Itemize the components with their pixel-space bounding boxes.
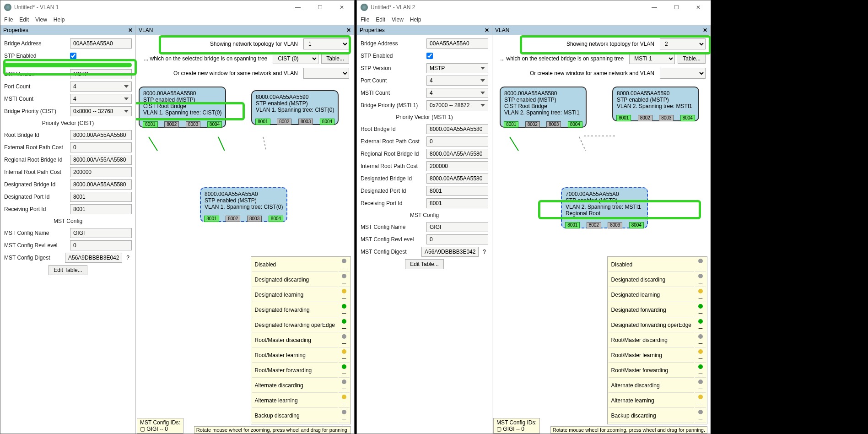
bridge-node-1[interactable]: 8000.00AA55AA5580 STP enabled (MSTP) CIS… xyxy=(500,87,587,128)
bridge-priority-select[interactable]: 0x8000 -- 32768 xyxy=(70,106,132,116)
reg-root-field[interactable]: 8000.00AA55AA5580 xyxy=(70,155,132,165)
properties-close-icon[interactable]: ✕ xyxy=(128,27,133,33)
port[interactable]: 8001 xyxy=(565,222,580,228)
port[interactable]: 8003 xyxy=(298,119,313,125)
port[interactable]: 8003 xyxy=(247,216,262,222)
port[interactable]: 8004 xyxy=(320,119,334,125)
mst-name-field[interactable]: GIGI xyxy=(70,228,132,238)
mst-rev-field[interactable]: 0 xyxy=(426,234,488,244)
vlan-close-icon[interactable]: ✕ xyxy=(346,27,351,33)
digest-help-icon[interactable]: ? xyxy=(124,255,132,261)
close-button[interactable]: ✕ xyxy=(691,4,705,11)
port[interactable]: 8002 xyxy=(587,222,601,228)
msti-count-select[interactable]: 4 xyxy=(426,88,488,98)
menu-view[interactable]: View xyxy=(392,16,404,23)
spanning-select[interactable]: MSTI 1 xyxy=(629,53,675,64)
port[interactable]: 8002 xyxy=(226,216,240,222)
port[interactable]: 8001 xyxy=(255,119,270,125)
root-bridge-id-field[interactable]: 8000.00AA55AA5580 xyxy=(70,130,132,140)
vlan-close-icon[interactable]: ✕ xyxy=(703,27,707,33)
table-button[interactable]: Table... xyxy=(678,54,706,64)
menu-file[interactable]: File xyxy=(4,16,13,23)
topology-vlan-select[interactable]: 1 xyxy=(303,38,349,49)
topology-label: Showing network topology for VLAN xyxy=(497,41,657,47)
port[interactable]: 8003 xyxy=(608,222,622,228)
port[interactable]: 8003 xyxy=(186,121,200,128)
topology-vlan-select[interactable]: 2 xyxy=(660,38,706,49)
statusbar: Rotate mouse wheel for zooming, press wh… xyxy=(550,426,707,434)
titlebar[interactable]: Untitled* - VLAN 2 — ☐ ✕ xyxy=(357,0,711,14)
minimize-button[interactable]: — xyxy=(291,4,305,11)
port[interactable]: 8002 xyxy=(164,121,179,128)
bridge-node-2[interactable]: 8000.00AA55AA5590 STP enabled (MSTP) VLA… xyxy=(251,90,339,125)
bridge-node-2[interactable]: 8000.00AA55AA5590 STP enabled (MSTP) VLA… xyxy=(612,87,699,121)
port[interactable]: 8002 xyxy=(638,115,652,121)
root-bridge-id-field[interactable]: 8000.00AA55AA5580 xyxy=(426,124,488,134)
menu-file[interactable]: File xyxy=(361,16,369,23)
int-cost-field[interactable]: 200000 xyxy=(70,167,132,177)
bridge-node-1[interactable]: 8000.00AA55AA5580 STP enabled (MSTP) CIS… xyxy=(139,87,226,128)
bridge-node-3[interactable]: 8000.00AA55AA55A0 STP enabled (MSTP) VLA… xyxy=(200,187,287,222)
port[interactable]: 8001 xyxy=(204,216,219,222)
menu-view[interactable]: View xyxy=(35,16,47,23)
bridge-address-field[interactable]: 00AA55AA55A0 xyxy=(426,38,488,49)
digest-help-icon[interactable]: ? xyxy=(480,249,488,255)
mst-digest-field[interactable]: A56A9DBBBB3E042 xyxy=(65,253,122,263)
port-count-select[interactable]: 4 xyxy=(70,81,132,92)
newwin-select[interactable] xyxy=(660,68,706,79)
port[interactable]: 8004 xyxy=(269,216,283,222)
edit-table-button[interactable]: Edit Table... xyxy=(49,265,87,275)
edit-table-button[interactable]: Edit Table... xyxy=(405,259,443,269)
msti-count-select[interactable]: 4 xyxy=(70,94,132,104)
newwin-select[interactable] xyxy=(303,68,349,79)
topology-canvas[interactable]: 8000.00AA55AA5580 STP enabled (MSTP) CIS… xyxy=(136,82,354,434)
mst-digest-field[interactable]: A56A9DBBBB3E042 xyxy=(421,247,479,257)
port[interactable]: 8004 xyxy=(680,115,695,121)
stp-version-select[interactable]: MSTP xyxy=(426,63,488,73)
stp-enabled-checkbox[interactable] xyxy=(426,53,433,59)
minimize-button[interactable]: — xyxy=(647,4,661,11)
spanning-select[interactable]: CIST (0) xyxy=(273,53,318,64)
table-button[interactable]: Table... xyxy=(321,54,349,64)
ext-cost-field[interactable]: 0 xyxy=(70,142,132,152)
desig-bridge-field[interactable]: 8000.00AA55AA5580 xyxy=(70,179,132,190)
port[interactable]: 8003 xyxy=(659,115,674,121)
port[interactable]: 8001 xyxy=(143,121,157,128)
bridge-priority-select[interactable]: 0x7000 -- 28672 xyxy=(426,100,488,110)
maximize-button[interactable]: ☐ xyxy=(313,4,327,11)
desig-port-field[interactable]: 8001 xyxy=(70,192,132,202)
port[interactable]: 8003 xyxy=(546,121,561,128)
port[interactable]: 8001 xyxy=(616,115,631,121)
ext-cost-field[interactable]: 0 xyxy=(426,136,488,146)
desig-port-field[interactable]: 8001 xyxy=(426,186,488,196)
recv-port-field[interactable]: 8001 xyxy=(426,198,488,208)
titlebar[interactable]: Untitled* - VLAN 1 — ☐ ✕ xyxy=(0,0,354,14)
desig-bridge-field[interactable]: 8000.00AA55AA5580 xyxy=(426,174,488,184)
port-count-select[interactable]: 4 xyxy=(426,76,488,86)
mst-rev-label: MST Config RevLevel xyxy=(361,236,425,243)
recv-port-field[interactable]: 8001 xyxy=(70,204,132,214)
stp-enabled-checkbox[interactable] xyxy=(70,53,76,59)
int-cost-field[interactable]: 200000 xyxy=(426,161,488,171)
topology-canvas[interactable]: 8000.00AA55AA5580 STP enabled (MSTP) CIS… xyxy=(492,82,710,434)
port[interactable]: 8004 xyxy=(629,222,644,228)
port[interactable]: 8002 xyxy=(525,121,540,128)
close-button[interactable]: ✕ xyxy=(335,4,349,11)
reg-root-label: Regional Root Bridge Id xyxy=(361,151,425,157)
menu-help[interactable]: Help xyxy=(54,16,65,23)
bridge-node-3[interactable]: 7000.00AA55AA55A0 STP enabled (MSTP) VLA… xyxy=(561,187,648,228)
port[interactable]: 8002 xyxy=(277,119,291,125)
reg-root-field[interactable]: 8000.00AA55AA5580 xyxy=(426,149,488,159)
bridge-address-field[interactable]: 00AA55AA55A0 xyxy=(70,38,132,49)
menu-edit[interactable]: Edit xyxy=(376,16,385,23)
properties-close-icon[interactable]: ✕ xyxy=(485,27,489,33)
stp-version-select[interactable]: MSTP xyxy=(70,69,132,79)
menu-edit[interactable]: Edit xyxy=(19,16,29,23)
port[interactable]: 8004 xyxy=(207,121,222,128)
maximize-button[interactable]: ☐ xyxy=(669,4,683,11)
mst-name-field[interactable]: GIGI xyxy=(426,222,488,232)
port[interactable]: 8004 xyxy=(568,121,582,128)
port[interactable]: 8001 xyxy=(504,121,518,128)
mst-rev-field[interactable]: 0 xyxy=(70,240,132,250)
menu-help[interactable]: Help xyxy=(410,16,421,23)
